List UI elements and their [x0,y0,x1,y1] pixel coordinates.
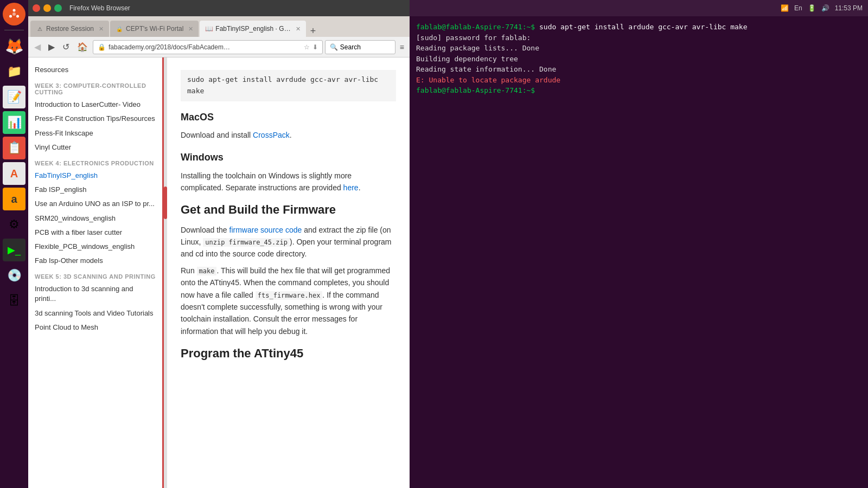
program-heading: Program the ATtiny45 [181,344,396,363]
sidebar-nav: Resources WEEK 3: COMPUTER-CONTROLLED CU… [28,57,164,488]
files-taskbar-icon[interactable]: 📁 [3,60,25,83]
url-text: fabacademy.org/2018/docs/FabAcadem… [108,43,301,51]
svg-point-1 [13,9,16,12]
unzip-code: unzip firmware_45.zip [203,238,290,247]
sidebar-item-arduino-isp[interactable]: Use an Arduino UNO as an ISP to pr... [34,197,157,211]
home-button[interactable]: 🏠 [74,41,91,53]
firefox-taskbar-icon[interactable]: 🦊 [3,35,25,57]
sidebar-item-vinyl[interactable]: Vinyl Cutter [34,140,157,155]
windows-suffix: . [359,183,361,192]
run-label: Run [181,266,197,275]
sidebar-item-point-cloud[interactable]: Point Cloud to Mesh [34,320,157,335]
terminal-line-3: Reading package lists... Done [416,43,861,54]
search-icon: 🔍 [330,43,338,51]
hex-code: fts_firmware.hex [256,291,323,300]
terminal-output-reading: Reading package lists... Done [416,44,539,52]
tab-restore-close[interactable]: ✕ [99,25,104,33]
spreadsheet-taskbar-icon[interactable]: 📊 [3,111,25,134]
volume-icon: 🔊 [821,4,829,12]
svg-point-2 [16,15,19,18]
text-editor-taskbar-icon[interactable]: 📝 [3,86,25,108]
terminal-output-building: Building dependency tree [416,55,518,63]
taskbar: 🦊 📁 📝 📊 📋 A a ⚙ ▶_ 💿 🗄 [0,0,28,488]
terminal-line-2: [sudo] password for fablab: [416,33,861,43]
system-statusbar: 📶 En 🔋 🔊 11:53 PM [410,0,868,16]
terminal-prompt-2: fablab@fablab-Aspire-7741:~$ [416,86,535,94]
firmware-source-link[interactable]: firmware source code [229,226,302,234]
terminal-taskbar-icon[interactable]: ▶_ [3,239,25,261]
battery-icon: 🔋 [808,4,816,12]
sidebar-section-week3: WEEK 3: COMPUTER-CONTROLLED CUTTING [35,82,156,95]
tab-restore-session[interactable]: ⚠ Restore Session ✕ [30,21,109,37]
sidebar-item-pressfit-inkscape[interactable]: Press-Fit Inkscape [34,126,157,140]
search-bar[interactable]: 🔍 Search [325,40,395,54]
lock-icon: 🔒 [98,43,106,51]
tab-fabtiny-close[interactable]: ✕ [296,25,301,33]
taskbar-divider [4,30,24,30]
terminal-output-state: Reading state information... Done [416,65,556,73]
terminal-body[interactable]: fablab@fablab-Aspire-7741:~$ sudo apt-ge… [410,16,868,488]
storage-taskbar-icon[interactable]: 🗄 [3,290,25,312]
windows-heading: Windows [181,150,396,165]
tab-restore-label: Restore Session [46,25,94,33]
linux-cmd-text: sudo apt-get install avrdude gcc-avr avr… [187,75,378,95]
sidebar-item-srm20[interactable]: SRM20_windows_english [34,211,157,226]
browser-title: Firefox Web Browser [69,4,130,12]
sidebar-item-pressfit-tips[interactable]: Press-Fit Construction Tips/Resources [34,112,157,126]
run-make-para: Run make. This will build the hex file t… [181,265,396,337]
sidebar-section-week5: WEEK 5: 3D SCANNING AND PRINTING [35,273,156,280]
terminal-line-6: E: Unable to locate package ardude [416,75,861,86]
tab-fabtiny-favicon: 📖 [205,25,213,33]
sidebar-item-pcb-laser[interactable]: PCB with a fiber laser cutter [34,226,157,240]
sidebar-item-fabtiny[interactable]: FabTinyISP_english [34,169,157,183]
macos-heading: MacOS [181,110,396,125]
sidebar-item-laser-intro[interactable]: Introduction to LaserCutter- Video [34,98,157,112]
sidebar-item-flexible-pcb[interactable]: Flexible_PCB_windows_english [34,240,157,254]
ubuntu-logo-icon[interactable] [3,3,25,25]
here-link[interactable]: here [343,183,359,192]
window-minimize-button[interactable] [43,4,51,12]
sidebar-item-fab-isp-other[interactable]: Fab Isp-Other models [34,254,157,268]
new-tab-button[interactable]: + [307,25,320,37]
window-maximize-button[interactable] [54,4,62,12]
terminal-output-sudo: [sudo] password for fablab: [416,34,531,42]
navigation-bar: ◀ ▶ ↺ 🏠 🔒 fabacademy.org/2018/docs/FabAc… [28,37,410,57]
firmware-para1: Download the firmware source code and ex… [181,224,396,260]
tab-cept[interactable]: 🔒 CEPT's Wi-Fi Portal ✕ [110,21,199,37]
back-button[interactable]: ◀ [31,41,43,53]
firmware-start-text: Download the [181,226,229,234]
tab-cept-close[interactable]: ✕ [188,25,193,33]
terminal-line-7: fablab@fablab-Aspire-7741:~$ [416,85,861,96]
url-bar[interactable]: 🔒 fabacademy.org/2018/docs/FabAcadem… ☆ … [93,40,323,54]
disk-taskbar-icon[interactable]: 💿 [3,264,25,287]
settings-taskbar-icon[interactable]: ⚙ [3,213,25,236]
browser-titlebar: Firefox Web Browser [28,0,410,16]
sidebar-item-fabisp[interactable]: Fab ISP_english [34,183,157,197]
sidebar-item-3d-tools[interactable]: 3d scanning Tools and Video Tutorials [34,306,157,320]
sidebar-section-week4: WEEK 4: ELECTRONICS PRODUCTION [35,160,156,166]
terminal-line-4: Building dependency tree [416,54,861,65]
tab-fabtiny[interactable]: 📖 FabTinyISP_english · G… ✕ [200,21,305,37]
sidebar-item-intro-3d[interactable]: Introduction to 3d scanning and printi..… [34,282,157,306]
font-icon[interactable]: A [3,162,25,185]
windows-text: Installing the toolchain on Windows is s… [181,171,352,192]
more-tools-button[interactable]: ≡ [398,42,406,53]
presentation-taskbar-icon[interactable]: 📋 [3,137,25,159]
window-close-button[interactable] [33,4,40,12]
make-code: make [197,267,217,275]
forward-button[interactable]: ▶ [46,41,58,53]
sidebar-scrollbar[interactable] [164,57,167,488]
amazon-taskbar-icon[interactable]: a [3,188,25,210]
terminal-cmd-1: sudo apt-get install ardude gcc-avr avr-… [539,23,748,31]
search-text: Search [340,43,361,51]
linux-command-block: sudo apt-get install avrdude gcc-avr avr… [181,70,396,101]
sidebar-item-resources[interactable]: Resources [34,63,157,77]
browser-content: Resources WEEK 3: COMPUTER-CONTROLLED CU… [28,57,410,488]
refresh-button[interactable]: ↺ [60,41,72,53]
sidebar-scroll-thumb[interactable] [164,187,167,219]
windows-para: Installing the toolchain on Windows is s… [181,170,396,194]
keyboard-layout: En [794,4,802,12]
wifi-icon: 📶 [781,4,789,12]
terminal-line-1: fablab@fablab-Aspire-7741:~$ sudo apt-ge… [416,22,861,33]
crosspack-link[interactable]: CrossPack [253,131,290,139]
